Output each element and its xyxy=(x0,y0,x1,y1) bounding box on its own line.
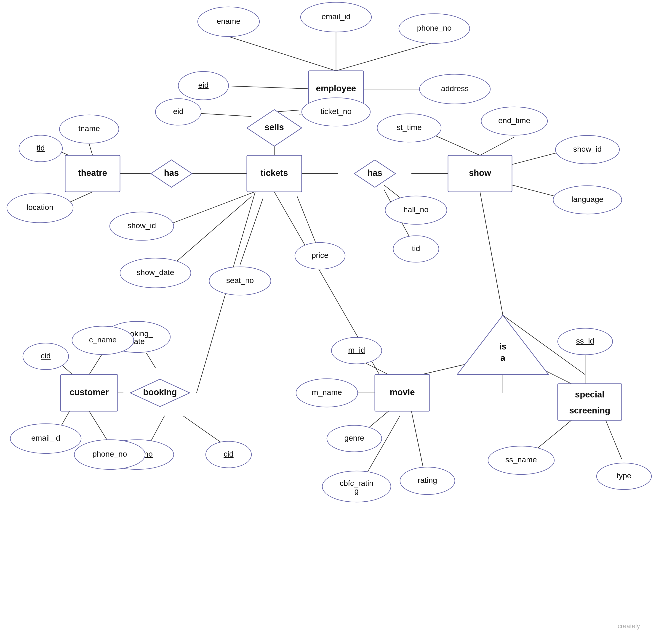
svg-line-22 xyxy=(165,190,260,226)
attr-rating-label: rating xyxy=(418,476,437,484)
relation-booking-label: booking xyxy=(143,387,177,397)
attr-phone-no-emp-label: phone_no xyxy=(417,24,451,32)
relation-sells-label: sells xyxy=(265,123,284,132)
attr-show-date-label: show_date xyxy=(137,268,174,277)
svg-line-32 xyxy=(89,353,103,375)
svg-line-34 xyxy=(89,411,110,444)
attr-location-label: location xyxy=(26,203,53,212)
entity-employee-label: employee xyxy=(316,84,356,93)
attr-hall-no-label: hall_no xyxy=(403,205,428,214)
attr-genre-label: genre xyxy=(344,434,364,442)
attr-end-time-label: end_time xyxy=(498,116,530,125)
attr-address-label: address xyxy=(441,84,469,93)
svg-line-0 xyxy=(229,37,336,71)
svg-line-48 xyxy=(606,420,622,459)
svg-line-45 xyxy=(412,411,423,466)
attr-m-id-label: m_id xyxy=(348,346,365,354)
attr-ename-label: ename xyxy=(217,17,240,25)
entity-show-label: show xyxy=(469,168,491,178)
entity-theatre-label: theatre xyxy=(78,168,107,178)
svg-line-47 xyxy=(532,420,571,452)
svg-line-2 xyxy=(336,42,434,71)
relation-has-theatre-label: has xyxy=(164,168,179,178)
svg-line-17 xyxy=(480,137,514,155)
attr-c-name-label: c_name xyxy=(89,335,117,344)
relation-has-show-label: has xyxy=(367,168,382,178)
attr-ss-name-label: ss_name xyxy=(505,455,537,464)
svg-line-11 xyxy=(89,144,92,155)
svg-line-6 xyxy=(194,113,251,116)
attr-phone-no-cust-label: phone_no xyxy=(92,450,127,458)
attr-show-id-label: show_id xyxy=(573,145,602,153)
entity-tickets-label: tickets xyxy=(260,168,288,178)
attr-tid-label: tid xyxy=(37,144,45,152)
attr-price-label: price xyxy=(312,251,329,260)
entity-customer-label: customer xyxy=(69,387,109,397)
attr-eid-sells-label: eid xyxy=(173,107,183,115)
attr-show-id-has-label: show_id xyxy=(128,221,156,230)
attr-language-label: language xyxy=(571,195,604,203)
svg-line-23 xyxy=(165,196,251,272)
entity-special-screening-label: special xyxy=(575,390,605,399)
attr-tid-show-label: tid xyxy=(412,244,420,253)
entity-movie-label: movie xyxy=(390,387,415,397)
attr-email-id-emp-label: email_id xyxy=(321,12,351,21)
attr-email-id-cust-label: email_id xyxy=(31,434,60,442)
watermark: creately xyxy=(617,622,640,630)
entity-special-screening-label2: screening xyxy=(569,406,610,415)
attr-type-label: type xyxy=(617,471,631,480)
svg-line-35 xyxy=(480,192,503,315)
svg-line-28 xyxy=(146,353,155,368)
attr-st-time-label: st_time xyxy=(397,123,422,132)
attr-cid-customer-label: cid xyxy=(41,351,50,360)
relation-is-a-label2: a xyxy=(500,353,505,363)
relation-is-a-label: is xyxy=(499,342,506,351)
attr-cbfc-rating-label2: g xyxy=(355,486,359,495)
attr-seat-no-label: seat_no xyxy=(226,276,254,285)
attr-m-name-label: m_name xyxy=(312,388,342,396)
attr-ticket-no-sells-label: ticket_no xyxy=(320,107,352,115)
attr-eid-emp-label: eid xyxy=(198,81,208,89)
svg-line-3 xyxy=(219,86,318,89)
attr-ss-id-label: ss_id xyxy=(576,336,594,345)
er-diagram: employee theatre tickets show customer m… xyxy=(0,0,672,635)
attr-cbfc-rating-label: cbfc_ratin xyxy=(340,479,373,487)
attr-cid-booking-label: cid xyxy=(224,450,233,458)
attr-tname-label: tname xyxy=(78,124,100,133)
